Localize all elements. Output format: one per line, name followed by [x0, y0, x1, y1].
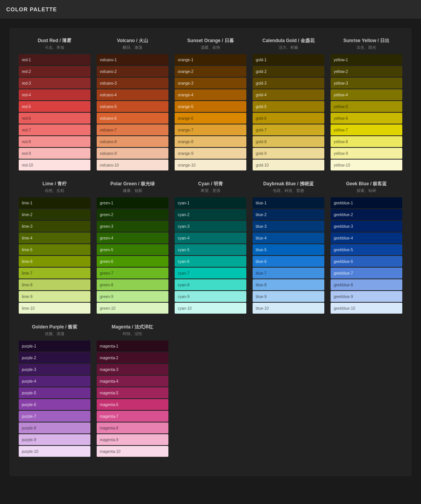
color-swatch: green-4	[97, 232, 168, 243]
swatch-label: gold-3	[256, 81, 267, 85]
color-swatch: volcano-10	[97, 160, 168, 170]
color-swatch: cyan-1	[175, 197, 246, 208]
swatch-label: orange-1	[178, 58, 193, 62]
color-swatch: blue-9	[253, 291, 324, 302]
color-swatch: yellow-9	[331, 148, 402, 159]
group-subtitle: 自然、生机	[19, 188, 90, 193]
color-swatch: gold-10	[253, 160, 324, 170]
swatch-label: yellow-1	[334, 58, 348, 62]
palette-container: Dust Red / 薄雾斗志、奔放red-1red-2red-3red-4re…	[9, 28, 412, 476]
group-subtitle: 探索、钻研	[331, 188, 402, 193]
swatch-label: yellow-8	[334, 140, 348, 144]
swatch-label: green-4	[100, 236, 113, 240]
swatch-label: purple-1	[22, 344, 36, 348]
swatch-label: magenta-7	[100, 414, 119, 419]
color-swatch: red-7	[19, 124, 90, 135]
color-swatch: yellow-5	[331, 101, 402, 112]
swatch-label: orange-7	[178, 128, 193, 132]
color-swatch: red-1	[19, 54, 90, 65]
swatch-label: red-2	[22, 69, 31, 74]
color-swatch: geekblue-6	[331, 256, 402, 267]
color-swatch: red-2	[19, 66, 90, 77]
color-group: Volcano / 火山醒目、激荡volcano-1volcano-2volca…	[97, 37, 168, 171]
swatch-label: blue-10	[256, 306, 269, 311]
color-swatch: blue-7	[253, 268, 324, 279]
group-subtitle: 健康、创新	[97, 188, 168, 193]
swatch-label: lime-6	[22, 259, 32, 264]
swatch-label: gold-8	[256, 140, 267, 144]
color-swatch: lime-8	[19, 279, 90, 290]
color-swatch: green-1	[97, 197, 168, 208]
swatch-label: volcano-6	[100, 116, 117, 121]
color-swatch: gold-6	[253, 113, 324, 124]
color-swatch: lime-5	[19, 244, 90, 255]
color-swatch: blue-8	[253, 279, 324, 290]
color-swatch: blue-10	[253, 303, 324, 314]
color-swatch: gold-8	[253, 136, 324, 147]
color-swatch: purple-6	[19, 399, 90, 410]
color-swatch: gold-2	[253, 66, 324, 77]
swatch-label: gold-4	[256, 93, 267, 97]
palette-row-0: Dust Red / 薄雾斗志、奔放red-1red-2red-3red-4re…	[19, 37, 402, 171]
swatch-label: magenta-5	[100, 391, 119, 395]
group-title: Daybreak Blue / 拂晓蓝	[253, 181, 324, 187]
swatch-label: yellow-3	[334, 81, 348, 85]
swatch-label: magenta-10	[100, 449, 120, 454]
swatch-label: magenta-1	[100, 344, 119, 348]
swatch-label: cyan-4	[178, 236, 189, 240]
color-swatch: gold-3	[253, 78, 324, 89]
swatch-label: purple-5	[22, 391, 36, 395]
color-group: Polar Green / 极光绿健康、创新green-1green-2gree…	[97, 181, 168, 314]
swatch-label: green-7	[100, 271, 113, 275]
color-swatch: cyan-3	[175, 221, 246, 232]
swatch-label: purple-4	[22, 379, 36, 383]
color-swatch: red-6	[19, 113, 90, 124]
color-swatch: purple-4	[19, 376, 90, 387]
color-swatch: volcano-8	[97, 136, 168, 147]
color-swatch: blue-1	[253, 197, 324, 208]
color-swatch: green-7	[97, 268, 168, 279]
group-title: Dust Red / 薄雾	[19, 37, 90, 44]
color-swatch: green-5	[97, 244, 168, 255]
swatch-label: green-6	[100, 259, 113, 264]
swatch-label: green-5	[100, 248, 113, 252]
group-header: Cyan / 明青希望、坚强	[175, 181, 246, 193]
color-swatch: gold-7	[253, 124, 324, 135]
swatch-label: purple-3	[22, 367, 36, 372]
color-swatch: geekblue-3	[331, 221, 402, 232]
color-swatch: magenta-7	[97, 411, 168, 422]
swatch-label: magenta-3	[100, 367, 119, 372]
group-header: Daybreak Blue / 拂晓蓝包容、科技、普惠	[253, 181, 324, 193]
group-title: Geek Blue / 极客蓝	[331, 181, 402, 187]
swatch-label: red-9	[22, 151, 31, 156]
swatch-label: volcano-4	[100, 93, 117, 97]
color-swatch: gold-5	[253, 101, 324, 112]
group-header: Sunrise Yellow / 日出出生、阳光	[331, 37, 402, 50]
group-header: Magenta / 法式洋红时快、活性	[97, 324, 168, 337]
swatch-label: geekblue-5	[334, 248, 353, 252]
swatch-label: orange-4	[178, 93, 193, 97]
swatch-label: purple-9	[22, 438, 36, 442]
color-swatch: geekblue-4	[331, 232, 402, 243]
color-swatch: purple-3	[19, 364, 90, 375]
color-swatch: orange-6	[175, 113, 246, 124]
color-swatch: volcano-7	[97, 124, 168, 135]
color-swatch: magenta-2	[97, 352, 168, 363]
group-subtitle: 包容、科技、普惠	[253, 188, 324, 193]
swatch-label: volcano-9	[100, 151, 117, 156]
color-swatch: green-3	[97, 221, 168, 232]
swatch-label: geekblue-3	[334, 224, 353, 229]
color-group: Sunset Orange / 日暮温暖、欢快orange-1orange-2o…	[175, 37, 246, 171]
color-swatch: volcano-9	[97, 148, 168, 159]
swatch-label: volcano-10	[100, 163, 119, 167]
swatch-label: lime-7	[22, 271, 32, 275]
swatch-label: cyan-9	[178, 295, 189, 299]
palette-row-2: Golden Purple / 酱紫优雅、浪漫purple-1purple-2p…	[19, 324, 402, 458]
color-group: Golden Purple / 酱紫优雅、浪漫purple-1purple-2p…	[19, 324, 90, 458]
app-title: COLOR PALETTE	[6, 6, 57, 12]
swatch-label: blue-1	[256, 201, 267, 205]
group-header: Lime / 青柠自然、生机	[19, 181, 90, 193]
swatch-label: green-8	[100, 283, 113, 287]
group-header: Volcano / 火山醒目、激荡	[97, 37, 168, 50]
group-title: Cyan / 明青	[175, 181, 246, 187]
